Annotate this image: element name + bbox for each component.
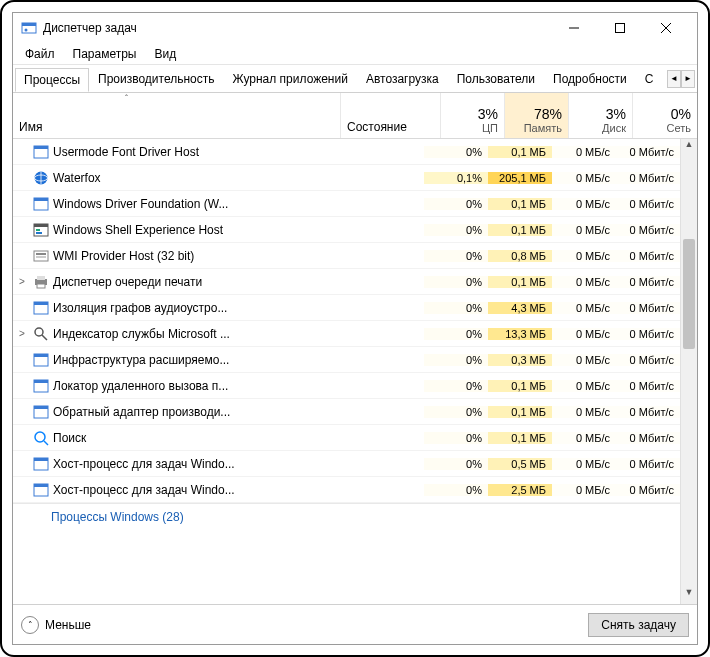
expand-toggle[interactable]: > <box>13 328 31 339</box>
memory-cell: 0,1 МБ <box>488 146 552 158</box>
process-name: Хост-процесс для задач Windo... <box>51 457 324 471</box>
cpu-cell: 0% <box>424 276 488 288</box>
svg-point-34 <box>35 432 45 442</box>
disk-cell: 0 МБ/с <box>552 432 616 444</box>
table-row[interactable]: Хост-процесс для задач Windo...0%2,5 МБ0… <box>13 477 680 503</box>
network-cell: 0 Мбит/с <box>616 224 680 236</box>
cpu-cell: 0% <box>424 328 488 340</box>
svg-rect-23 <box>37 284 45 288</box>
svg-rect-33 <box>34 406 48 409</box>
scroll-up-icon[interactable]: ▲ <box>681 139 697 156</box>
network-cell: 0 Мбит/с <box>616 458 680 470</box>
memory-cell: 13,3 МБ <box>488 328 552 340</box>
process-icon <box>31 482 51 498</box>
network-cell: 0 Мбит/с <box>616 380 680 392</box>
disk-cell: 0 МБ/с <box>552 172 616 184</box>
table-row[interactable]: Хост-процесс для задач Windo...0%0,5 МБ0… <box>13 451 680 477</box>
table-row[interactable]: WMI Provider Host (32 bit)0%0,8 МБ0 МБ/с… <box>13 243 680 269</box>
process-name: Хост-процесс для задач Windo... <box>51 483 324 497</box>
disk-cell: 0 МБ/с <box>552 354 616 366</box>
disk-cell: 0 МБ/с <box>552 484 616 496</box>
column-name[interactable]: Имя <box>13 93 341 138</box>
cpu-cell: 0% <box>424 406 488 418</box>
network-cell: 0 Мбит/с <box>616 328 680 340</box>
vertical-scrollbar[interactable]: ▲ ▼ <box>680 139 697 604</box>
tab-services-truncated[interactable]: С <box>636 67 663 91</box>
svg-rect-31 <box>34 380 48 383</box>
svg-line-27 <box>42 335 47 340</box>
column-state[interactable]: Состояние <box>341 93 441 138</box>
table-row[interactable]: >Диспетчер очереди печати0%0,1 МБ0 МБ/с0… <box>13 269 680 295</box>
disk-cell: 0 МБ/с <box>552 146 616 158</box>
process-name: Windows Shell Experience Host <box>51 223 324 237</box>
column-disk[interactable]: 3% Диск <box>569 93 633 138</box>
table-row[interactable]: Windows Driver Foundation (W...0%0,1 МБ0… <box>13 191 680 217</box>
end-task-button[interactable]: Снять задачу <box>588 613 689 637</box>
menu-file[interactable]: Файл <box>17 45 63 63</box>
network-cell: 0 Мбит/с <box>616 276 680 288</box>
column-network[interactable]: 0% Сеть <box>633 93 697 138</box>
chevron-up-icon: ˄ <box>21 616 39 634</box>
tab-performance[interactable]: Производительность <box>89 67 223 91</box>
network-cell: 0 Мбит/с <box>616 302 680 314</box>
table-row[interactable]: Изоляция графов аудиоустро...0%4,3 МБ0 М… <box>13 295 680 321</box>
menu-view[interactable]: Вид <box>146 45 184 63</box>
memory-cell: 0,1 МБ <box>488 224 552 236</box>
svg-rect-29 <box>34 354 48 357</box>
section-header[interactable]: Процессы Windows (28) <box>13 503 680 529</box>
process-icon <box>31 430 51 446</box>
table-row[interactable]: Локатор удаленного вызова п...0%0,1 МБ0 … <box>13 373 680 399</box>
svg-point-26 <box>35 328 43 336</box>
cpu-cell: 0% <box>424 224 488 236</box>
memory-cell: 0,3 МБ <box>488 354 552 366</box>
process-icon <box>31 144 51 160</box>
cpu-cell: 0% <box>424 380 488 392</box>
process-icon <box>31 300 51 316</box>
memory-cell: 205,1 МБ <box>488 172 552 184</box>
memory-cell: 0,5 МБ <box>488 458 552 470</box>
scroll-down-icon[interactable]: ▼ <box>681 587 697 604</box>
process-name: Обратный адаптер производи... <box>51 405 324 419</box>
tab-scroll-right[interactable]: ► <box>681 70 695 88</box>
table-row[interactable]: Инфраструктура расширяемо...0%0,3 МБ0 МБ… <box>13 347 680 373</box>
scrollbar-thumb[interactable] <box>683 239 695 349</box>
cpu-cell: 0,1% <box>424 172 488 184</box>
process-name: Изоляция графов аудиоустро... <box>51 301 324 315</box>
network-cell: 0 Мбит/с <box>616 198 680 210</box>
tab-users[interactable]: Пользователи <box>448 67 544 91</box>
network-cell: 0 Мбит/с <box>616 432 680 444</box>
memory-cell: 0,1 МБ <box>488 406 552 418</box>
tab-scroll-left[interactable]: ◄ <box>667 70 681 88</box>
svg-rect-19 <box>36 253 46 255</box>
svg-line-35 <box>44 441 48 445</box>
minimize-button[interactable] <box>551 13 597 43</box>
maximize-button[interactable] <box>597 13 643 43</box>
tab-details[interactable]: Подробности <box>544 67 636 91</box>
svg-rect-37 <box>34 458 48 461</box>
sort-indicator-icon: ˆ <box>125 93 128 103</box>
menu-options[interactable]: Параметры <box>65 45 145 63</box>
close-button[interactable] <box>643 13 689 43</box>
tab-app-history[interactable]: Журнал приложений <box>224 67 357 91</box>
tab-startup[interactable]: Автозагрузка <box>357 67 448 91</box>
table-row[interactable]: Usermode Font Driver Host0%0,1 МБ0 МБ/с0… <box>13 139 680 165</box>
process-icon <box>31 222 51 238</box>
table-row[interactable]: Windows Shell Experience Host0%0,1 МБ0 М… <box>13 217 680 243</box>
table-row[interactable]: >Индексатор службы Microsoft ...0%13,3 М… <box>13 321 680 347</box>
table-row[interactable]: Поиск0%0,1 МБ0 МБ/с0 Мбит/с <box>13 425 680 451</box>
svg-rect-4 <box>616 24 625 33</box>
tab-processes[interactable]: Процессы <box>15 68 89 92</box>
memory-cell: 0,1 МБ <box>488 432 552 444</box>
fewer-details-button[interactable]: ˄ Меньше <box>21 616 91 634</box>
column-memory[interactable]: 78% Память <box>505 93 569 138</box>
column-cpu[interactable]: 3% ЦП <box>441 93 505 138</box>
expand-toggle[interactable]: > <box>13 276 31 287</box>
svg-rect-1 <box>22 23 36 26</box>
disk-cell: 0 МБ/с <box>552 328 616 340</box>
svg-rect-22 <box>37 276 45 280</box>
memory-cell: 4,3 МБ <box>488 302 552 314</box>
table-row[interactable]: Waterfox0,1%205,1 МБ0 МБ/с0 Мбит/с <box>13 165 680 191</box>
cpu-cell: 0% <box>424 302 488 314</box>
table-row[interactable]: Обратный адаптер производи...0%0,1 МБ0 М… <box>13 399 680 425</box>
menubar: Файл Параметры Вид <box>13 43 697 65</box>
